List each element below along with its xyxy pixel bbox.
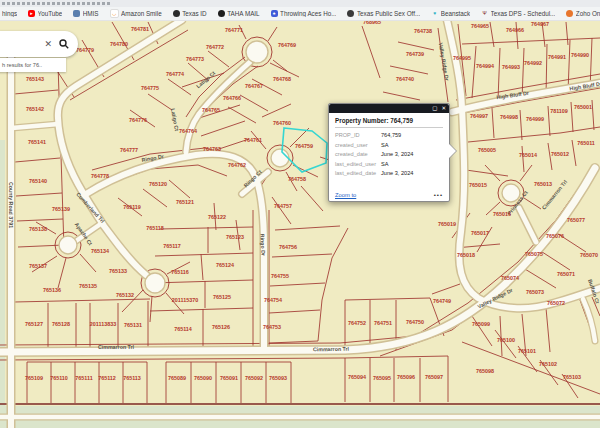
parcel-label-764751[interactable]: 764751	[374, 320, 392, 326]
parcel-label-765117[interactable]: 765117	[163, 243, 181, 249]
parcel-label-765131[interactable]: 765131	[124, 322, 142, 328]
parcel-label-765136[interactable]: 765136	[43, 287, 61, 293]
parcel-label-765102[interactable]: 765102	[539, 361, 557, 367]
parcel-label-764753[interactable]: 764753	[263, 324, 281, 330]
parcel-label-764997[interactable]: 764997	[470, 113, 488, 119]
parcel-label-765019[interactable]: 765019	[438, 221, 456, 227]
parcel-label-764766[interactable]: 764766	[223, 95, 241, 101]
parcel-label-765089[interactable]: 765089	[168, 375, 186, 381]
parcel-label-764967[interactable]: 764967	[531, 21, 549, 27]
parcel-label-765075[interactable]: 765075	[525, 251, 543, 257]
parcel-label-765135[interactable]: 765135	[79, 283, 97, 289]
parcel-label-764777[interactable]: 764777	[120, 147, 138, 153]
parcel-label-765072[interactable]: 765072	[547, 300, 565, 306]
parcel-label-764738[interactable]: 764738	[414, 28, 432, 34]
parcel-label-765091[interactable]: 765091	[220, 375, 238, 381]
parcel-label-765113[interactable]: 765113	[123, 375, 141, 381]
parcel-label-765094[interactable]: 765094	[348, 374, 366, 380]
parcel-label-765110[interactable]: 765110	[50, 375, 68, 381]
parcel-label-765123[interactable]: 765123	[226, 234, 244, 240]
parcel-label-765133[interactable]: 765133	[109, 268, 127, 274]
bookmark-youtube[interactable]: ▸YouTube	[28, 10, 62, 17]
parcel-label-764780[interactable]: 764780	[110, 41, 128, 47]
parcel-label-765120[interactable]: 765120	[149, 181, 167, 187]
parcel-label-765090[interactable]: 765090	[194, 375, 212, 381]
parcel-label-765070[interactable]: 765070	[580, 252, 598, 258]
parcel-label-765095[interactable]: 765095	[373, 375, 391, 381]
parcel-label-764755[interactable]: 764755	[271, 273, 289, 279]
parcel-label-765116[interactable]: 765116	[171, 269, 189, 275]
parcel-label-765109[interactable]: 765109	[25, 375, 43, 381]
parcel-label-765014[interactable]: 765014	[519, 152, 537, 158]
parcel-label-765101[interactable]: 765101	[518, 348, 536, 354]
parcel-label-764769[interactable]: 764769	[278, 42, 296, 48]
search-icon[interactable]	[59, 39, 69, 49]
search-suggestion[interactable]: h results for 76..	[0, 58, 66, 72]
parcel-label-765137[interactable]: 765137	[29, 263, 47, 269]
parcel-label-764990[interactable]: 764990	[571, 52, 589, 58]
parcel-label-765005[interactable]: 765005	[478, 147, 496, 153]
parcel-label-764998[interactable]: 764998	[500, 114, 518, 120]
parcel-label-764993[interactable]: 764993	[502, 64, 520, 70]
parcel-label-764991[interactable]: 764991	[548, 54, 566, 60]
parcel-label-765071[interactable]: 765071	[557, 271, 575, 277]
parcel-label-764767[interactable]: 764767	[245, 83, 263, 89]
parcel-label-764764[interactable]: 764764	[179, 128, 197, 134]
parcel-label-765018[interactable]: 765018	[457, 252, 475, 258]
parcel-label-764756[interactable]: 764756	[279, 244, 297, 250]
parcel-label-764781[interactable]: 764781	[131, 26, 149, 32]
parcel-label-764752[interactable]: 764752	[348, 320, 366, 326]
parcel-label-764762[interactable]: 764762	[228, 162, 246, 168]
parcel-label-765076[interactable]: 765076	[546, 233, 564, 239]
parcel-label-764758[interactable]: 764758	[288, 176, 306, 182]
bookmark-taha-mail[interactable]: TAHA MAIL	[218, 10, 260, 17]
parcel-label-764760[interactable]: 764760	[273, 120, 291, 126]
parcel-label-764778[interactable]: 764778	[91, 173, 109, 179]
parcel-label-765139[interactable]: 765139	[52, 206, 70, 212]
parcel-label-765132[interactable]: 765132	[116, 292, 134, 298]
parcel-label-764773[interactable]: 764773	[186, 56, 204, 62]
bookmark-hmis[interactable]: HMIS	[73, 10, 98, 17]
parcel-label-765013[interactable]: 765013	[534, 181, 552, 187]
parcel-label-201113833[interactable]: 201113833	[90, 321, 116, 327]
map-search-box[interactable]: ✕	[0, 31, 78, 57]
bookmark-bookmark[interactable]: hings	[2, 10, 17, 17]
parcel-label-765103[interactable]: 765103	[563, 374, 581, 380]
parcel-label-764759[interactable]: 764759	[295, 143, 313, 149]
dock-icon[interactable]: ▢	[432, 104, 437, 113]
parcel-label-764965[interactable]: 764965	[471, 23, 489, 29]
parcel-label-764749[interactable]: 764749	[433, 298, 451, 304]
parcel-label-765099[interactable]: 765099	[472, 321, 490, 327]
parcel-label-764966[interactable]: 764966	[506, 27, 524, 33]
parcel-label-764771[interactable]: 764771	[225, 27, 243, 33]
parcel-label-764999[interactable]: 764999	[526, 116, 544, 122]
parcel-label-764772[interactable]: 764772	[206, 44, 224, 50]
parcel-label-765142[interactable]: 765142	[26, 106, 44, 112]
parcel-label-765015[interactable]: 765015	[469, 182, 487, 188]
parcel-label-765077[interactable]: 765077	[567, 217, 585, 223]
parcel-label-765017[interactable]: 765017	[471, 230, 489, 236]
clear-search-icon[interactable]: ✕	[44, 40, 52, 49]
zoom-to-link[interactable]: Zoom to	[335, 192, 356, 198]
bookmark-beanstack[interactable]: ♥Beanstack	[431, 10, 470, 17]
parcel-label-765100[interactable]: 765100	[497, 337, 515, 343]
parcel-label-765122[interactable]: 765122	[208, 214, 226, 220]
bookmark-texas-id[interactable]: Texas ID	[173, 10, 207, 17]
bookmark-texas-dps[interactable]: ΨTexas DPS - Schedul...	[481, 10, 555, 17]
parcel-label-765073[interactable]: 765073	[526, 289, 544, 295]
parcel-label-765016[interactable]: 765016	[493, 211, 511, 217]
bookmark-zoho-one[interactable]: Zoho One	[566, 10, 600, 17]
parcel-label-765118[interactable]: 765118	[146, 225, 164, 231]
parcel-label-764757[interactable]: 764757	[274, 203, 292, 209]
parcel-label-764763[interactable]: 764763	[203, 146, 221, 152]
parcel-label-765125[interactable]: 765125	[213, 294, 231, 300]
parcel-label-764750[interactable]: 764750	[406, 319, 424, 325]
bookmark-texas-public[interactable]: Texas Public Sex Off...	[347, 10, 420, 17]
parcel-label-764992[interactable]: 764992	[524, 60, 542, 66]
parcel-label-764740[interactable]: 764740	[396, 76, 414, 82]
parcel-label-765001[interactable]: 765001	[574, 104, 592, 110]
parcel-map[interactable]: County Road 3791Cumberland TrlApache CtL…	[0, 0, 600, 428]
parcel-label-764765[interactable]: 764765	[202, 107, 220, 113]
parcel-label-765074[interactable]: 765074	[501, 275, 519, 281]
parcel-label-764775[interactable]: 764775	[141, 85, 159, 91]
